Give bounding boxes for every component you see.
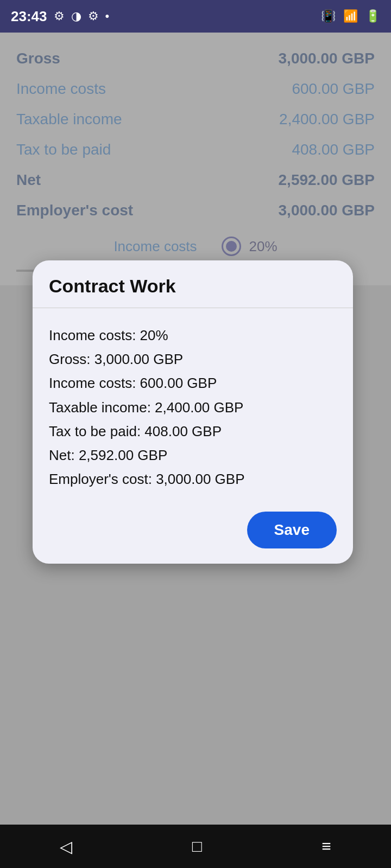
dot-icon: • [105, 9, 110, 23]
dialog-line-7: Employer's cost: 3,000.00 GBP [49, 467, 337, 491]
save-button[interactable]: Save [247, 512, 337, 548]
dialog: Contract Work Income costs: 20% Gross: 3… [33, 260, 353, 564]
back-button[interactable]: ◁ [60, 837, 72, 856]
dialog-title: Contract Work [33, 260, 353, 308]
dialog-line-6: Net: 2,592.00 GBP [49, 443, 337, 467]
dialog-actions: Save [33, 506, 353, 564]
dialog-line-3: Income costs: 600.00 GBP [49, 371, 337, 395]
dialog-line-2: Gross: 3,000.00 GBP [49, 347, 337, 371]
status-bar: 23:43 ⚙ ◑ ⚙ • 📳 📶 🔋 [0, 0, 391, 33]
status-time: 23:43 [11, 8, 47, 25]
dialog-line-4: Taxable income: 2,400.00 GBP [49, 395, 337, 419]
menu-button[interactable]: ≡ [321, 837, 331, 856]
dialog-line-5: Tax to be paid: 408.00 GBP [49, 419, 337, 443]
user-icon: ◑ [71, 9, 81, 23]
home-button[interactable]: □ [192, 837, 202, 856]
gear-icon-1: ⚙ [54, 9, 65, 23]
bottom-nav: ◁ □ ≡ [0, 825, 391, 868]
status-left: 23:43 ⚙ ◑ ⚙ • [11, 8, 109, 25]
vibrate-icon: 📳 [321, 9, 336, 23]
gear-icon-2: ⚙ [88, 9, 99, 23]
dialog-body: Income costs: 20% Gross: 3,000.00 GBP In… [33, 308, 353, 506]
wifi-icon: 📶 [343, 9, 358, 23]
dialog-line-1: Income costs: 20% [49, 323, 337, 347]
status-right: 📳 📶 🔋 [321, 9, 380, 23]
battery-icon: 🔋 [365, 9, 380, 23]
